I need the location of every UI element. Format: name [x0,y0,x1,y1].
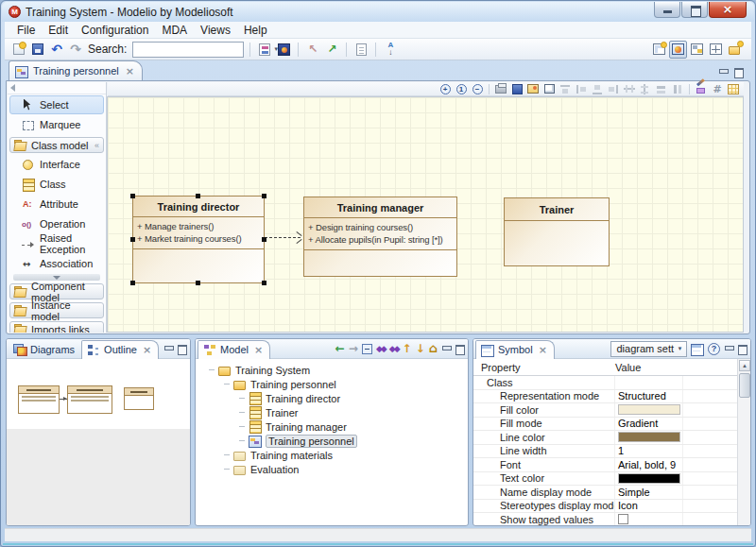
tree-item-training-personnel[interactable]: Training personnel [196,377,468,391]
selection-handle-n[interactable] [196,194,200,198]
dependency-arrow[interactable] [265,237,301,238]
align-bottom-icon[interactable] [591,83,604,95]
property-value[interactable]: 1 [618,445,624,456]
palette-item-association[interactable]: Association [9,254,104,273]
tree-item-training-personnel[interactable]: Training personnel [196,434,468,448]
diagram-canvas[interactable]: Training director + Manage trainers()+ M… [107,96,744,333]
tree-item-trainer[interactable]: Trainer [196,405,468,419]
page-grid-icon[interactable] [727,83,740,95]
property-row-font[interactable]: Font Arial, bold, 9 [473,458,737,472]
tab-diagrams[interactable]: Diagrams [9,340,81,359]
minimize-pane-icon[interactable] [163,345,173,353]
export-image-icon[interactable] [526,83,540,95]
show-grid-icon[interactable]: # [711,83,724,95]
link-with-editor-icon[interactable]: ◆◆ [376,344,386,353]
report-icon[interactable] [256,41,273,58]
close-tab-icon[interactable]: × [254,345,263,355]
zoom-out-icon[interactable]: − [471,83,484,95]
selection-handle-ne[interactable] [262,194,266,198]
same-width-icon[interactable] [655,83,668,95]
undo-icon[interactable]: ↶ [48,41,65,58]
minimize-button[interactable] [654,2,680,18]
sort-icon[interactable]: A↓ [382,41,399,58]
tree-item-training-materials[interactable]: Training materials [196,448,468,462]
minimize-pane-icon[interactable] [718,68,728,77]
property-value[interactable]: Simple [618,487,650,498]
menu-item-edit[interactable]: Edit [42,23,75,38]
palette-item-operation[interactable]: Operation [9,214,104,233]
maximize-pane-icon[interactable] [455,345,464,353]
document-icon[interactable] [352,41,369,58]
uml-class-training-manager[interactable]: Training manager + Design training cours… [303,197,457,277]
format-painter-icon[interactable] [695,83,708,95]
palette-group-instance-model[interactable]: Instance model [9,302,104,318]
zoom-in-icon[interactable]: + [438,83,452,95]
tab-symbol[interactable]: Symbol × [475,340,555,359]
symbol-scrollbar[interactable]: ▲ ▼ [737,359,750,526]
distribute-horizontal-icon[interactable] [623,83,636,95]
palette-tool-select[interactable]: Select [9,95,104,114]
close-button[interactable] [709,2,747,18]
menu-item-help[interactable]: Help [237,23,274,38]
property-row-representation-mode[interactable]: Representation mode Structured [473,390,737,404]
selection-handle-s[interactable] [196,281,200,285]
new-folder-perspective-icon[interactable] [726,41,744,59]
scrollbar-thumb[interactable] [739,373,750,398]
property-value[interactable]: Arial, bold, 9 [618,459,676,470]
navigate-back-icon[interactable]: ← [335,343,345,354]
color-swatch[interactable] [618,404,680,415]
align-right-icon[interactable] [607,83,620,95]
property-row-show-tagged-values[interactable]: Show tagged values [473,513,737,526]
menu-item-file[interactable]: File [10,23,42,38]
menu-item-views[interactable]: Views [194,23,237,38]
tab-training-personnel[interactable]: Training personnel × [9,60,143,80]
title-bar[interactable]: Training System - Modelio by Modeliosoft [2,2,754,22]
tree-item-evaluation[interactable]: Evaluation [196,462,468,476]
outline-view[interactable] [7,359,190,526]
property-row-fill-mode[interactable]: Fill mode Gradient [473,418,737,432]
palette-collapse-button[interactable] [8,82,106,94]
tab-model[interactable]: Model × [198,340,270,359]
close-tab-icon[interactable]: × [143,345,151,355]
navigate-forward-icon[interactable]: → [349,343,358,354]
value-column-header[interactable]: Value [615,362,641,373]
menu-item-configuration[interactable]: Configuration [75,23,155,38]
selection-handle-se[interactable] [262,281,266,285]
switch-config-left-icon[interactable]: ↖ [304,41,321,58]
palette-group-class-model[interactable]: Class model « [9,137,104,153]
minimize-pane-icon[interactable] [724,345,733,353]
color-swatch[interactable] [618,473,680,484]
palette-item-interface[interactable]: Interface [9,155,104,174]
property-column-header[interactable]: Property [473,362,615,373]
property-row-name-display-mode[interactable]: Name display mode Simple [473,486,737,500]
distribute-vertical-icon[interactable] [639,83,652,95]
close-tab-icon[interactable]: × [126,66,134,77]
tree-item-training-director[interactable]: Training director [196,391,468,405]
maximize-button[interactable] [681,2,708,18]
palette-item-class[interactable]: Class [9,175,104,194]
move-down-icon[interactable]: ↓ [416,343,425,354]
palette-tool-marquee[interactable]: Marquee [9,115,104,134]
tab-outline[interactable]: Outline × [81,340,159,359]
scroll-up-icon[interactable]: ▲ [739,360,750,371]
collapse-all-icon[interactable] [362,344,372,354]
table-perspective-icon[interactable] [650,41,668,59]
property-group-row[interactable]: Class [473,376,737,390]
property-row-stereotypes-display-mode[interactable]: Stereotypes display mode Icon [473,500,737,514]
same-height-icon[interactable] [671,83,684,95]
property-value[interactable]: Gradient [618,418,658,429]
tree-item-training-system[interactable]: Training System [196,363,468,377]
home-icon[interactable]: ⌂ [429,343,438,354]
edit-styles-icon[interactable] [691,343,704,355]
selection-handle-nw[interactable] [130,194,135,198]
redo-icon[interactable]: ↷ [67,41,84,58]
menu-item-mda[interactable]: MDA [155,23,194,38]
close-tab-icon[interactable]: × [539,345,547,355]
search-input[interactable] [133,43,273,56]
palette-group-imports-links[interactable]: Imports links [9,321,104,333]
property-value[interactable]: Icon [618,500,638,511]
tree-item-training-manager[interactable]: Training manager [196,419,468,434]
uml-class-trainer[interactable]: Trainer [504,197,610,266]
model-perspective-icon[interactable] [688,41,706,59]
save-diagram-icon[interactable] [510,83,524,95]
